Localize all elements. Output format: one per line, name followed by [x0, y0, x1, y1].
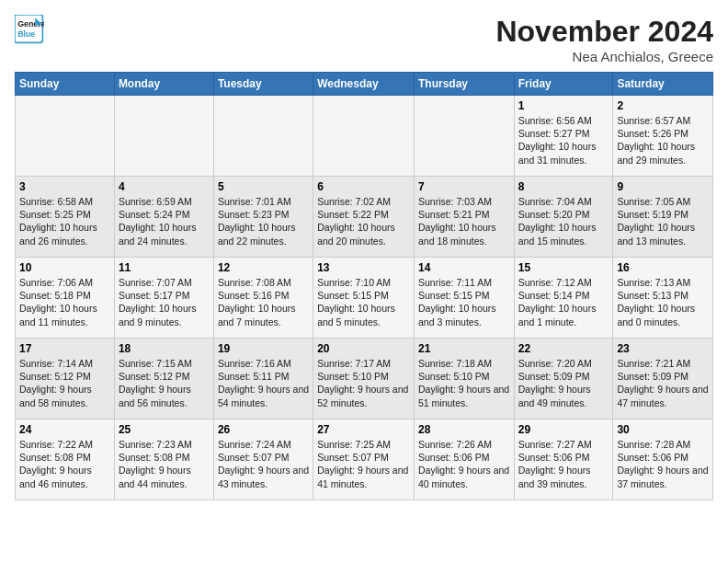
calendar-day-cell: 5Sunrise: 7:01 AM Sunset: 5:23 PM Daylig…	[213, 177, 313, 258]
calendar-day-header: Tuesday	[213, 73, 313, 96]
calendar-week-row: 10Sunrise: 7:06 AM Sunset: 5:18 PM Dayli…	[16, 258, 713, 339]
day-info: Sunrise: 7:13 AM Sunset: 5:13 PM Dayligh…	[617, 276, 709, 328]
day-info: Sunrise: 7:06 AM Sunset: 5:18 PM Dayligh…	[19, 276, 110, 328]
day-number: 13	[317, 261, 410, 274]
day-info: Sunrise: 7:23 AM Sunset: 5:08 PM Dayligh…	[119, 438, 210, 490]
day-info: Sunrise: 6:56 AM Sunset: 5:27 PM Dayligh…	[518, 114, 609, 167]
day-number: 26	[218, 423, 309, 436]
calendar-day-cell: 8Sunrise: 7:04 AM Sunset: 5:20 PM Daylig…	[514, 177, 613, 258]
calendar-day-cell: 23Sunrise: 7:21 AM Sunset: 5:09 PM Dayli…	[613, 339, 713, 419]
day-number: 8	[518, 180, 609, 193]
calendar-day-cell: 6Sunrise: 7:02 AM Sunset: 5:22 PM Daylig…	[313, 177, 415, 258]
calendar-day-cell: 30Sunrise: 7:28 AM Sunset: 5:06 PM Dayli…	[613, 419, 713, 500]
calendar-day-header: Monday	[114, 73, 213, 96]
calendar-day-cell: 25Sunrise: 7:23 AM Sunset: 5:08 PM Dayli…	[114, 419, 213, 500]
location: Nea Anchialos, Greece	[495, 49, 713, 64]
day-info: Sunrise: 7:10 AM Sunset: 5:15 PM Dayligh…	[317, 276, 410, 328]
day-number: 21	[418, 342, 510, 355]
day-number: 16	[617, 261, 709, 274]
day-info: Sunrise: 7:11 AM Sunset: 5:15 PM Dayligh…	[418, 276, 510, 328]
calendar-day-cell: 26Sunrise: 7:24 AM Sunset: 5:07 PM Dayli…	[213, 419, 313, 500]
day-info: Sunrise: 7:15 AM Sunset: 5:12 PM Dayligh…	[119, 357, 210, 409]
day-info: Sunrise: 7:24 AM Sunset: 5:07 PM Dayligh…	[218, 438, 309, 490]
day-info: Sunrise: 7:04 AM Sunset: 5:20 PM Dayligh…	[518, 195, 609, 247]
calendar-day-cell: 9Sunrise: 7:05 AM Sunset: 5:19 PM Daylig…	[613, 177, 713, 258]
calendar-week-row: 24Sunrise: 7:22 AM Sunset: 5:08 PM Dayli…	[16, 419, 713, 500]
calendar-day-cell: 21Sunrise: 7:18 AM Sunset: 5:10 PM Dayli…	[414, 339, 514, 419]
calendar-day-cell: 22Sunrise: 7:20 AM Sunset: 5:09 PM Dayli…	[514, 339, 613, 419]
title-block: November 2024 Nea Anchialos, Greece	[495, 15, 713, 64]
day-number: 28	[418, 423, 510, 436]
day-number: 20	[317, 342, 410, 355]
calendar-day-cell: 20Sunrise: 7:17 AM Sunset: 5:10 PM Dayli…	[313, 339, 415, 419]
calendar-day-cell: 24Sunrise: 7:22 AM Sunset: 5:08 PM Dayli…	[16, 419, 115, 500]
day-number: 3	[19, 180, 110, 193]
day-number: 17	[19, 342, 110, 355]
calendar-day-cell: 7Sunrise: 7:03 AM Sunset: 5:21 PM Daylig…	[414, 177, 514, 258]
day-info: Sunrise: 7:26 AM Sunset: 5:06 PM Dayligh…	[418, 438, 510, 490]
calendar-day-header: Thursday	[414, 73, 514, 96]
calendar-week-row: 1Sunrise: 6:56 AM Sunset: 5:27 PM Daylig…	[16, 96, 713, 177]
day-number: 1	[518, 99, 609, 112]
day-number: 22	[518, 342, 609, 355]
logo: General Blue	[15, 15, 44, 44]
calendar-day-cell: 12Sunrise: 7:08 AM Sunset: 5:16 PM Dayli…	[213, 258, 313, 339]
calendar-day-cell: 19Sunrise: 7:16 AM Sunset: 5:11 PM Dayli…	[213, 339, 313, 419]
calendar-day-cell: 14Sunrise: 7:11 AM Sunset: 5:15 PM Dayli…	[414, 258, 514, 339]
day-info: Sunrise: 7:27 AM Sunset: 5:06 PM Dayligh…	[518, 438, 609, 490]
day-info: Sunrise: 6:58 AM Sunset: 5:25 PM Dayligh…	[19, 195, 110, 247]
calendar-day-cell	[313, 96, 415, 177]
day-number: 15	[518, 261, 609, 274]
calendar-day-cell	[213, 96, 313, 177]
calendar-day-header: Friday	[514, 73, 613, 96]
calendar-day-cell: 27Sunrise: 7:25 AM Sunset: 5:07 PM Dayli…	[313, 419, 415, 500]
day-number: 30	[617, 423, 709, 436]
calendar-day-cell: 15Sunrise: 7:12 AM Sunset: 5:14 PM Dayli…	[514, 258, 613, 339]
day-number: 6	[317, 180, 410, 193]
day-number: 25	[119, 423, 210, 436]
day-number: 27	[317, 423, 410, 436]
day-info: Sunrise: 7:16 AM Sunset: 5:11 PM Dayligh…	[218, 357, 309, 409]
calendar-day-cell: 10Sunrise: 7:06 AM Sunset: 5:18 PM Dayli…	[16, 258, 115, 339]
day-info: Sunrise: 7:14 AM Sunset: 5:12 PM Dayligh…	[19, 357, 110, 409]
day-info: Sunrise: 7:05 AM Sunset: 5:19 PM Dayligh…	[617, 195, 709, 247]
day-info: Sunrise: 7:07 AM Sunset: 5:17 PM Dayligh…	[119, 276, 210, 328]
calendar-day-cell: 13Sunrise: 7:10 AM Sunset: 5:15 PM Dayli…	[313, 258, 415, 339]
calendar-day-cell	[114, 96, 213, 177]
calendar-day-cell: 2Sunrise: 6:57 AM Sunset: 5:26 PM Daylig…	[613, 96, 713, 177]
calendar-day-cell: 18Sunrise: 7:15 AM Sunset: 5:12 PM Dayli…	[114, 339, 213, 419]
day-number: 11	[119, 261, 210, 274]
day-info: Sunrise: 7:01 AM Sunset: 5:23 PM Dayligh…	[218, 195, 309, 247]
logo-icon: General Blue	[15, 15, 44, 44]
day-info: Sunrise: 7:18 AM Sunset: 5:10 PM Dayligh…	[418, 357, 510, 409]
calendar-day-cell: 28Sunrise: 7:26 AM Sunset: 5:06 PM Dayli…	[414, 419, 514, 500]
day-info: Sunrise: 7:08 AM Sunset: 5:16 PM Dayligh…	[218, 276, 309, 328]
day-info: Sunrise: 6:59 AM Sunset: 5:24 PM Dayligh…	[119, 195, 210, 247]
calendar-week-row: 17Sunrise: 7:14 AM Sunset: 5:12 PM Dayli…	[16, 339, 713, 419]
page-header: General Blue November 2024 Nea Anchialos…	[15, 15, 713, 64]
day-number: 18	[119, 342, 210, 355]
calendar-day-cell: 29Sunrise: 7:27 AM Sunset: 5:06 PM Dayli…	[514, 419, 613, 500]
day-number: 19	[218, 342, 309, 355]
calendar-day-header: Saturday	[613, 73, 713, 96]
calendar-day-cell: 3Sunrise: 6:58 AM Sunset: 5:25 PM Daylig…	[16, 177, 115, 258]
day-number: 14	[418, 261, 510, 274]
day-number: 2	[617, 99, 709, 112]
day-info: Sunrise: 7:22 AM Sunset: 5:08 PM Dayligh…	[19, 438, 110, 490]
calendar-day-cell	[16, 96, 115, 177]
day-info: Sunrise: 6:57 AM Sunset: 5:26 PM Dayligh…	[617, 114, 709, 167]
day-info: Sunrise: 7:21 AM Sunset: 5:09 PM Dayligh…	[617, 357, 709, 409]
day-info: Sunrise: 7:03 AM Sunset: 5:21 PM Dayligh…	[418, 195, 510, 247]
day-number: 4	[119, 180, 210, 193]
day-number: 29	[518, 423, 609, 436]
day-info: Sunrise: 7:17 AM Sunset: 5:10 PM Dayligh…	[317, 357, 410, 409]
month-title: November 2024	[495, 15, 713, 49]
calendar-day-cell: 4Sunrise: 6:59 AM Sunset: 5:24 PM Daylig…	[114, 177, 213, 258]
day-number: 23	[617, 342, 709, 355]
day-info: Sunrise: 7:20 AM Sunset: 5:09 PM Dayligh…	[518, 357, 609, 409]
calendar-week-row: 3Sunrise: 6:58 AM Sunset: 5:25 PM Daylig…	[16, 177, 713, 258]
day-number: 10	[19, 261, 110, 274]
calendar-day-cell	[414, 96, 514, 177]
day-info: Sunrise: 7:28 AM Sunset: 5:06 PM Dayligh…	[617, 438, 709, 490]
calendar-day-cell: 1Sunrise: 6:56 AM Sunset: 5:27 PM Daylig…	[514, 96, 613, 177]
